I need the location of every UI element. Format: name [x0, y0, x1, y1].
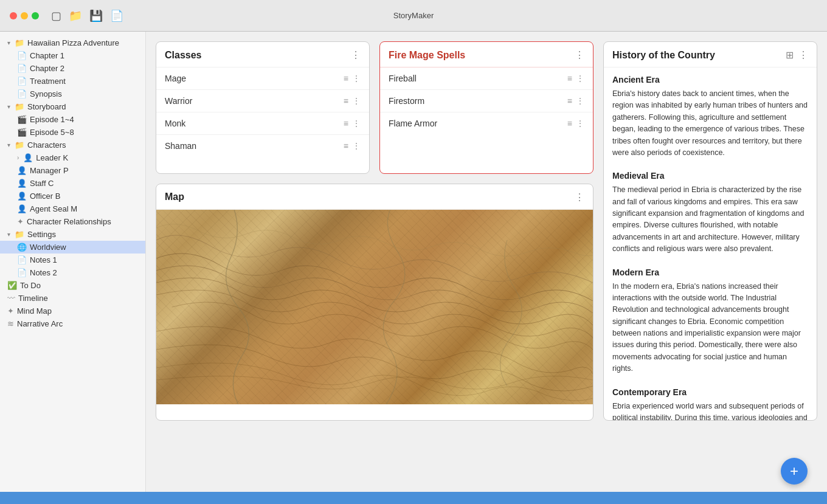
map-card-title: Map — [165, 192, 184, 202]
maximize-button[interactable] — [32, 12, 39, 19]
toolbar: ▢ 📁 💾 📄 — [51, 9, 123, 22]
map-menu-icon[interactable]: ⋮ — [575, 192, 584, 203]
more-icon[interactable]: ⋮ — [576, 74, 584, 83]
sidebar-item-label: Storyboard — [27, 102, 66, 111]
history-section-title: Ancient Era — [612, 75, 808, 85]
drag-icon[interactable]: ≡ — [344, 96, 348, 106]
drag-icon[interactable]: ≡ — [567, 74, 572, 83]
fire-mage-card-actions: ⋮ — [575, 49, 584, 61]
sidebar-item-label: Chapter 2 — [30, 64, 64, 73]
history-card: History of the Country ⊞ ⋮ Ancient Era E… — [603, 41, 817, 421]
drag-icon[interactable]: ≡ — [344, 119, 348, 128]
sidebar-item-narrative[interactable]: ≋ Narrative Arc — [0, 317, 145, 330]
row-label: Mage — [165, 74, 344, 83]
folder-icon[interactable]: 📁 — [69, 9, 82, 22]
add-fab-button[interactable]: + — [781, 458, 808, 485]
sidebar-item-treatment[interactable]: 📄 Treatment — [0, 75, 145, 88]
sidebar-item-label: Episode 1~4 — [30, 115, 74, 124]
sidebar-item-leaderk[interactable]: › 👤 Leader K — [0, 151, 145, 164]
row-actions: ≡ ⋮ — [344, 74, 361, 83]
row-label: Fireball — [389, 74, 567, 83]
sidebar-item-notes2[interactable]: 📄 Notes 2 — [0, 266, 145, 279]
drag-icon[interactable]: ≡ — [567, 119, 572, 128]
fire-mage-menu-icon[interactable]: ⋮ — [575, 49, 584, 61]
traffic-lights — [10, 12, 39, 19]
table-row: Firestorm ≡ ⋮ — [380, 90, 593, 112]
sidebar-item-episode58[interactable]: 🎬 Episode 5~8 — [0, 126, 145, 139]
sidebar-item-label: Manager P — [30, 166, 69, 175]
sidebar-item-label: Synopsis — [30, 89, 62, 98]
export-icon[interactable]: 📄 — [110, 9, 123, 22]
sidebar-item-synopsis[interactable]: 📄 Synopsis — [0, 88, 145, 100]
sidebar-item-label: Chapter 1 — [30, 51, 64, 60]
more-icon[interactable]: ⋮ — [576, 119, 584, 128]
sidebar-item-storyboard[interactable]: ▾ 📁 Storyboard — [0, 100, 145, 113]
classes-card-header: Classes ⋮ — [156, 42, 369, 67]
row-label: Monk — [165, 119, 344, 128]
more-icon[interactable]: ⋮ — [352, 96, 361, 106]
map-lines-svg — [156, 210, 593, 404]
sidebar-item-settings[interactable]: ▾ 📁 Settings — [0, 228, 145, 241]
row-label: Firestorm — [389, 96, 567, 106]
sidebar-item-chapter1[interactable]: 📄 Chapter 1 — [0, 49, 145, 62]
person-icon: 👤 — [17, 179, 27, 188]
sidebar-item-timeline[interactable]: 〰 Timeline — [0, 292, 145, 305]
person-icon: 👤 — [17, 166, 27, 175]
sidebar-item-label: Settings — [27, 230, 56, 239]
sidebar-item-officerb[interactable]: 👤 Officer B — [0, 190, 145, 202]
sidebar-item-notes1[interactable]: 📄 Notes 1 — [0, 254, 145, 266]
charrel-icon: ✦ — [17, 217, 24, 226]
row-label: Shaman — [165, 141, 344, 151]
save-icon[interactable]: 💾 — [89, 9, 103, 22]
sidebar-item-project[interactable]: ▾ 📁 Hawaiian Pizza Adventure — [0, 36, 145, 49]
doc-icon: 📄 — [17, 89, 27, 98]
more-icon[interactable]: ⋮ — [352, 119, 361, 128]
new-doc-icon[interactable]: ▢ — [51, 9, 61, 22]
sidebar-item-label: Officer B — [30, 192, 60, 201]
history-card-header: History of the Country ⊞ ⋮ — [604, 42, 817, 67]
sidebar-item-managerp[interactable]: 👤 Manager P — [0, 164, 145, 177]
row-label: Warrior — [165, 96, 344, 106]
drag-icon[interactable]: ≡ — [344, 141, 348, 151]
history-menu-icon[interactable]: ⋮ — [798, 49, 808, 61]
storyboard-icon: 🎬 — [17, 115, 27, 124]
person-icon: 👤 — [23, 153, 33, 162]
sidebar-item-chapter2[interactable]: 📄 Chapter 2 — [0, 62, 145, 75]
classes-menu-icon[interactable]: ⋮ — [351, 49, 361, 61]
sidebar-item-staffc[interactable]: 👤 Staff C — [0, 177, 145, 190]
close-button[interactable] — [10, 12, 17, 19]
timeline-icon: 〰 — [7, 294, 15, 303]
more-icon[interactable]: ⋮ — [352, 141, 361, 151]
sidebar-item-episode14[interactable]: 🎬 Episode 1~4 — [0, 113, 145, 126]
drag-icon[interactable]: ≡ — [567, 96, 572, 106]
row-actions: ≡ ⋮ — [567, 119, 584, 128]
sidebar-item-label: Hawaiian Pizza Adventure — [27, 38, 119, 47]
sidebar-item-label: Agent Seal M — [30, 204, 77, 213]
drag-icon[interactable]: ≡ — [344, 74, 348, 83]
history-card-actions: ⊞ ⋮ — [786, 49, 808, 61]
world-icon: 🌐 — [17, 243, 27, 252]
add-icon: + — [790, 463, 798, 480]
sidebar-item-characters[interactable]: ▾ 📁 Characters — [0, 139, 145, 151]
history-content: Ancient Era Ebria's history dates back t… — [604, 67, 817, 420]
history-expand-icon[interactable]: ⊞ — [786, 49, 794, 61]
minimize-button[interactable] — [21, 12, 28, 19]
sidebar-item-label: Leader K — [36, 153, 68, 162]
titlebar: ▢ 📁 💾 📄 StoryMaker — [0, 0, 827, 32]
bottom-bar — [0, 492, 827, 504]
sidebar-item-mindmap[interactable]: ✦ Mind Map — [0, 305, 145, 317]
more-icon[interactable]: ⋮ — [576, 96, 584, 106]
sidebar-item-worldview[interactable]: 🌐 Worldview — [0, 241, 145, 254]
history-section-title: Modern Era — [612, 268, 808, 277]
classes-card-title: Classes — [165, 50, 202, 61]
sidebar-item-agentm[interactable]: 👤 Agent Seal M — [0, 202, 145, 215]
doc-icon: 📄 — [17, 51, 27, 60]
sidebar-item-label: Episode 5~8 — [30, 128, 74, 137]
chevron-down-icon: ▾ — [7, 231, 10, 238]
sidebar-item-charrel[interactable]: ✦ Character Relationships — [0, 215, 145, 228]
row-actions: ≡ ⋮ — [567, 96, 584, 106]
fire-mage-card-title: Fire Mage Spells — [389, 50, 465, 61]
sidebar-item-todo[interactable]: ✅ To Do — [0, 279, 145, 292]
row-actions: ≡ ⋮ — [344, 96, 361, 106]
more-icon[interactable]: ⋮ — [352, 74, 361, 83]
